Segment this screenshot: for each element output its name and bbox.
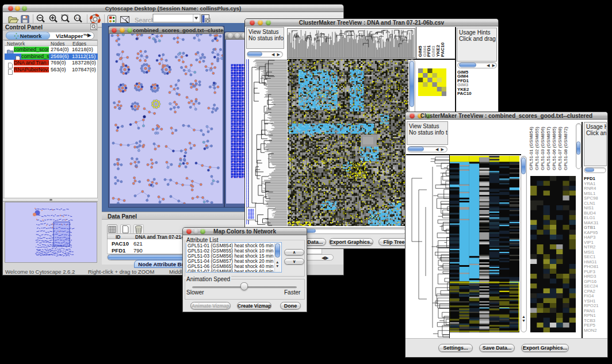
svg-text:GPL51-03 (GSM856): GPL51-03 (GSM856) <box>540 127 545 170</box>
svg-text:GPL51-02 (GSM855): GPL51-02 (GSM855) <box>534 127 540 170</box>
svg-text:GPL51-08 (GSM872): GPL51-08 (GSM872) <box>563 127 568 170</box>
svg-text:PAC10: PAC10 <box>440 42 445 57</box>
svg-text:1:1: 1:1 <box>75 16 80 20</box>
svg-text:GPL51-07 (GSM868): GPL51-07 (GSM868) <box>557 127 563 170</box>
svg-text:GPL51-06 (GSM865): GPL51-06 (GSM865) <box>552 127 557 170</box>
svg-text:GPL51-04 (GSM857): GPL51-04 (GSM857) <box>546 127 551 170</box>
svg-text:GPL51-01 (GSM854): GPL51-01 (GSM854) <box>529 127 534 170</box>
